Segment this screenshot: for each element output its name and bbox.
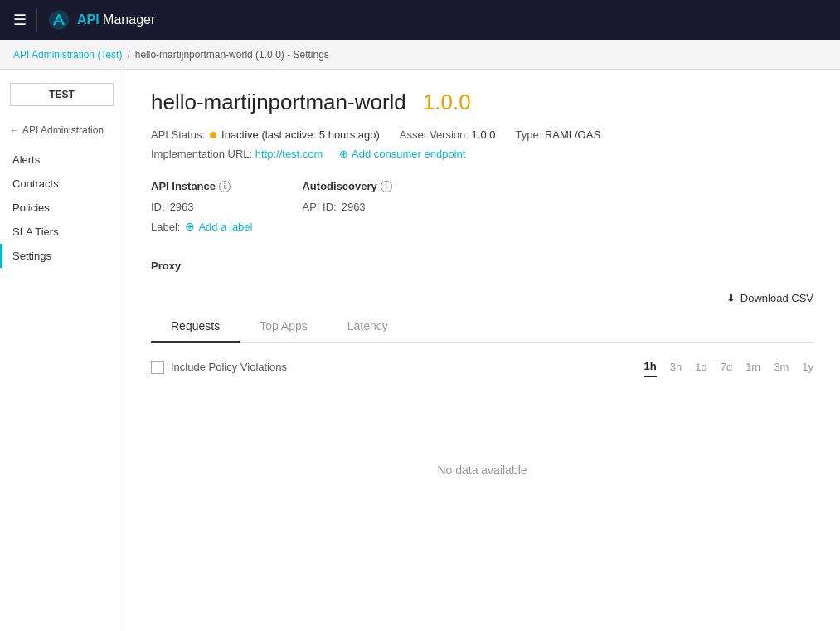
- navbar-logo: API Manager: [47, 8, 155, 32]
- navbar-divider: [36, 8, 37, 32]
- back-label: API Administration: [22, 124, 104, 136]
- add-consumer-endpoint-button[interactable]: ⊕ Add consumer endpoint: [339, 148, 465, 160]
- breadcrumb: API Administration (Test) / hello-martij…: [0, 40, 840, 70]
- api-instance-label-row: Label: ⊕ Add a label: [151, 220, 252, 233]
- main-layout: TEST ← API Administration Alerts Contrac…: [0, 70, 840, 631]
- time-btn-1m[interactable]: 1m: [745, 357, 760, 376]
- details-grid: API Instance i ID: 2963 Label: ⊕ Add a l…: [151, 180, 813, 240]
- proxy-heading: Proxy: [151, 260, 813, 272]
- download-row: ⬇ Download CSV: [151, 292, 813, 304]
- time-btn-1h[interactable]: 1h: [644, 357, 657, 377]
- api-header: hello-martijnportman-world 1.0.0: [151, 90, 813, 115]
- impl-url-label: Implementation URL:: [151, 148, 252, 160]
- status-dot-icon: [210, 132, 216, 138]
- breadcrumb-separator: /: [127, 49, 129, 61]
- download-csv-button[interactable]: ⬇ Download CSV: [726, 292, 813, 304]
- id-value: 2963: [170, 201, 194, 213]
- api-instance-id: ID: 2963: [151, 201, 252, 213]
- analytics-tabs: Requests Top Apps Latency: [151, 311, 813, 343]
- main-content: hello-martijnportman-world 1.0.0 API Sta…: [124, 70, 840, 631]
- autodiscovery-info-icon[interactable]: i: [381, 181, 392, 192]
- time-btn-1d[interactable]: 1d: [695, 357, 706, 376]
- time-btn-1y[interactable]: 1y: [802, 357, 813, 376]
- sidebar-item-settings[interactable]: Settings: [0, 244, 124, 268]
- plus-circle-icon: ⊕: [339, 148, 348, 160]
- api-instance-col: API Instance i ID: 2963 Label: ⊕ Add a l…: [151, 180, 252, 240]
- tab-latency[interactable]: Latency: [328, 311, 408, 343]
- sidebar-item-sla-tiers[interactable]: SLA Tiers: [0, 220, 124, 244]
- navbar: ☰ API Manager: [0, 0, 840, 40]
- policy-violations-label: Include Policy Violations: [171, 361, 287, 373]
- tab-requests[interactable]: Requests: [151, 311, 240, 343]
- sidebar-item-alerts[interactable]: Alerts: [0, 148, 124, 172]
- breadcrumb-parent-link[interactable]: API Administration (Test): [13, 49, 122, 61]
- status-label: API Status:: [151, 129, 205, 141]
- time-range-selector: 1h 3h 1d 7d 1m 3m 1y: [644, 357, 813, 377]
- navbar-title: API Manager: [77, 12, 155, 27]
- hamburger-icon[interactable]: ☰: [13, 11, 27, 29]
- time-btn-3m[interactable]: 3m: [774, 357, 789, 376]
- api-version: 1.0.0: [423, 90, 471, 115]
- status-value: Inactive (last active: 5 hours ago): [221, 129, 380, 141]
- impl-url-row: Implementation URL: http://test.com ⊕ Ad…: [151, 148, 813, 160]
- label-label: Label:: [151, 221, 180, 233]
- policy-violations-checkbox[interactable]: [151, 361, 164, 374]
- breadcrumb-current: hello-martijnportman-world (1.0.0) - Set…: [135, 49, 329, 61]
- type-value: RAML/OAS: [545, 129, 600, 141]
- time-btn-7d[interactable]: 7d: [721, 357, 732, 376]
- sidebar-item-policies[interactable]: Policies: [0, 196, 124, 220]
- time-filter-row: Include Policy Violations 1h 3h 1d 7d 1m…: [151, 357, 813, 377]
- env-selector[interactable]: TEST: [10, 83, 114, 106]
- time-btn-3h[interactable]: 3h: [670, 357, 682, 376]
- asset-version: Asset Version: 1.0.0: [400, 129, 496, 141]
- id-label: ID:: [151, 201, 165, 213]
- autodiscovery-heading: Autodiscovery i: [302, 180, 391, 192]
- api-type: Type: RAML/OAS: [515, 129, 600, 141]
- no-data-message: No data available: [151, 397, 813, 543]
- api-name: hello-martijnportman-world: [151, 90, 406, 115]
- autodiscovery-col: Autodiscovery i API ID: 2963: [302, 180, 391, 240]
- autodiscovery-api-id: API ID: 2963: [302, 201, 391, 213]
- auto-api-id-label: API ID:: [302, 201, 336, 213]
- api-instance-heading: API Instance i: [151, 180, 252, 192]
- asset-version-value: 1.0.0: [472, 129, 496, 141]
- back-link[interactable]: ← API Administration: [0, 119, 124, 141]
- policy-violations-row: Include Policy Violations: [151, 361, 287, 374]
- api-status: API Status: Inactive (last active: 5 hou…: [151, 129, 380, 141]
- api-instance-info-icon[interactable]: i: [219, 181, 231, 192]
- type-label: Type:: [515, 129, 541, 141]
- sidebar-item-contracts[interactable]: Contracts: [0, 172, 124, 196]
- proxy-section: Proxy: [151, 260, 813, 272]
- download-icon: ⬇: [726, 292, 736, 304]
- tab-top-apps[interactable]: Top Apps: [240, 311, 328, 343]
- asset-version-label: Asset Version:: [400, 129, 469, 141]
- plus-icon: ⊕: [185, 220, 195, 233]
- impl-url-link[interactable]: http://test.com: [255, 148, 323, 160]
- svg-point-0: [49, 10, 69, 30]
- add-label-button[interactable]: ⊕ Add a label: [185, 220, 252, 233]
- auto-api-id-value: 2963: [342, 201, 366, 213]
- status-row: API Status: Inactive (last active: 5 hou…: [151, 129, 813, 141]
- back-arrow-icon: ←: [10, 125, 19, 135]
- anypoint-logo-icon: [47, 8, 70, 32]
- sidebar: TEST ← API Administration Alerts Contrac…: [0, 70, 124, 631]
